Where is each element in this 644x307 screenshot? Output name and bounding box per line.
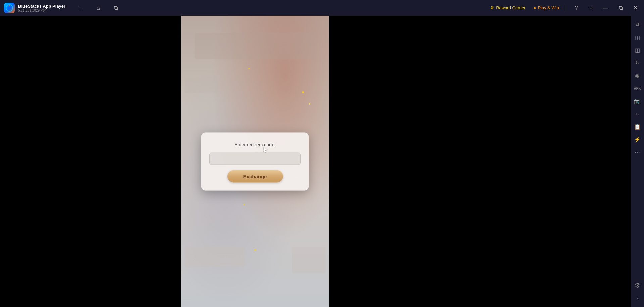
sidebar-settings-button[interactable]: ⚙ xyxy=(631,279,643,292)
sidebar-media-button[interactable]: ◫ xyxy=(631,44,643,56)
crown-icon: ♛ xyxy=(490,5,494,10)
title-bar-right: ♛ Reward Center ● Play & Win ? ≡ — ⧉ ✕ xyxy=(485,2,644,14)
right-sidebar: ⧉ ◫ ◫ ↻ ◉ APK 📷 ↔ 📋 ⚡ ⋯ ⚙ › xyxy=(631,16,644,307)
exchange-button[interactable]: Exchange xyxy=(227,170,283,182)
chevron-right-icon: › xyxy=(636,295,638,301)
sidebar-boost-button[interactable]: ⚡ xyxy=(631,133,643,145)
sidebar-screen-button[interactable]: ◫ xyxy=(631,31,643,43)
app-version: 5.21.201.1029 P64 xyxy=(18,9,65,12)
main-area: Enter redeem code. Exchange xyxy=(0,16,631,307)
play-win-label: Play & Win xyxy=(538,5,559,10)
play-win-button[interactable]: ● Play & Win xyxy=(531,4,562,12)
boost-icon: ⚡ xyxy=(634,136,641,143)
home-icon: ⌂ xyxy=(97,5,100,11)
clipboard-icon: 📋 xyxy=(634,124,641,130)
particle-3 xyxy=(309,103,310,105)
restore-button[interactable]: ⧉ xyxy=(614,2,627,14)
resize-icon: ↔ xyxy=(635,111,640,117)
title-bar-left: BlueStacks App Player 5.21.201.1029 P64 xyxy=(0,3,69,13)
particle-2 xyxy=(302,91,304,93)
sidebar-rotate-button[interactable]: ↻ xyxy=(631,57,643,69)
redeem-title: Enter redeem code. xyxy=(235,142,276,147)
title-bar: BlueStacks App Player 5.21.201.1029 P64 … xyxy=(0,0,644,16)
sidebar-screenshot-button[interactable]: 📷 xyxy=(631,95,643,107)
close-button[interactable]: ✕ xyxy=(629,2,641,14)
expand-icon: ⧉ xyxy=(636,21,639,28)
screenshot-icon: 📷 xyxy=(634,98,641,104)
menu-button[interactable]: ≡ xyxy=(585,2,597,14)
more-icon: ⋯ xyxy=(635,149,640,156)
reward-center-button[interactable]: ♛ Reward Center xyxy=(488,4,528,12)
sidebar-collapse-button[interactable]: › xyxy=(631,292,643,304)
game-panel-bottom-left xyxy=(185,247,245,267)
home-button[interactable]: ⌂ xyxy=(92,2,104,14)
divider xyxy=(566,4,566,12)
camera-icon: ◉ xyxy=(635,73,640,79)
redeem-dialog: Enter redeem code. Exchange xyxy=(201,132,309,190)
sidebar-expand-button[interactable]: ⧉ xyxy=(631,18,643,31)
help-button[interactable]: ? xyxy=(570,2,582,14)
particle-1 xyxy=(248,68,250,69)
coin-icon: ● xyxy=(534,5,536,10)
gear-icon: ⚙ xyxy=(635,282,640,289)
game-panel-bottom-right xyxy=(292,247,326,273)
rotate-icon: ↻ xyxy=(635,60,640,66)
sidebar-clipboard-button[interactable]: 📋 xyxy=(631,121,643,133)
copy-button[interactable]: ⧉ xyxy=(110,2,122,14)
apk-icon: APK xyxy=(634,87,641,90)
sidebar-camera-button[interactable]: ◉ xyxy=(631,70,643,82)
help-icon: ? xyxy=(575,5,578,11)
menu-icon: ≡ xyxy=(589,5,592,11)
screen-icon: ◫ xyxy=(635,34,640,41)
app-logo xyxy=(4,3,15,13)
minimize-button[interactable]: — xyxy=(600,2,612,14)
media-icon: ◫ xyxy=(635,47,640,53)
redeem-code-input[interactable] xyxy=(209,152,301,165)
particle-5 xyxy=(243,204,245,205)
particle-6 xyxy=(254,249,256,251)
svg-point-1 xyxy=(8,6,11,10)
back-icon: ← xyxy=(78,5,84,11)
reward-center-label: Reward Center xyxy=(496,5,525,10)
copy-icon: ⧉ xyxy=(114,5,118,11)
game-viewport: Enter redeem code. Exchange xyxy=(181,16,329,307)
game-panel-top xyxy=(195,33,315,59)
sidebar-apk-button[interactable]: APK xyxy=(631,82,643,94)
title-bar-nav: ← ⌂ ⧉ xyxy=(69,2,127,14)
sidebar-more-button[interactable]: ⋯ xyxy=(631,146,643,158)
close-icon: ✕ xyxy=(633,5,638,11)
restore-icon: ⧉ xyxy=(619,5,623,11)
app-name-block: BlueStacks App Player 5.21.201.1029 P64 xyxy=(18,4,65,12)
game-small-panel xyxy=(185,76,218,93)
back-button[interactable]: ← xyxy=(75,2,87,14)
sidebar-resize-button[interactable]: ↔ xyxy=(631,108,643,120)
minimize-icon: — xyxy=(603,5,608,11)
app-name: BlueStacks App Player xyxy=(18,4,65,9)
